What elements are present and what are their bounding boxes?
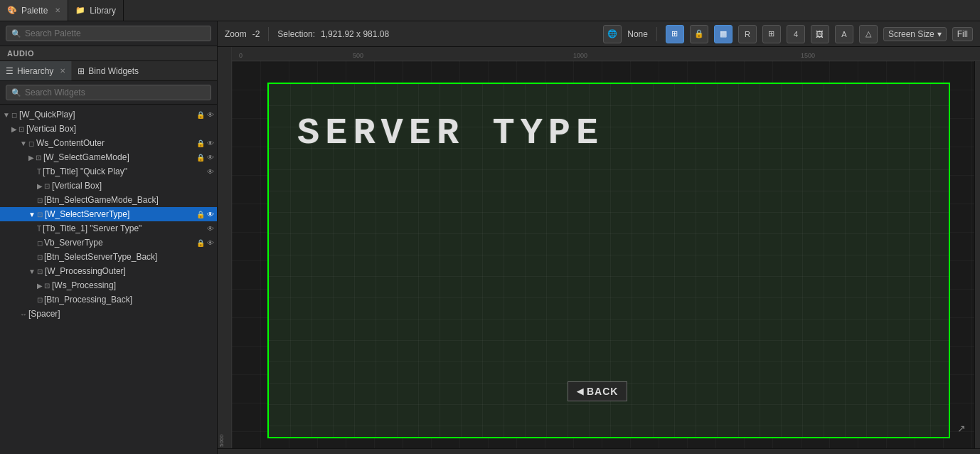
- tree-label-tb-title-quickplay: [Tb_Title] "Quick Play": [43, 167, 207, 176]
- canvas-area: Zoom -2 Selection: 1,921.92 x 981.08 🌐 N…: [218, 21, 980, 454]
- tab-palette[interactable]: 🎨 Palette ✕: [0, 0, 68, 21]
- tree-item-spacer[interactable]: ↔ [Spacer]: [0, 307, 217, 321]
- screen-size-dropdown[interactable]: Screen Size ▾: [883, 27, 947, 41]
- eye-icon-7: 👁: [207, 211, 214, 218]
- lock-btn[interactable]: 🔒: [690, 25, 708, 43]
- widget-icon-2: ◻: [28, 139, 34, 147]
- lock-icon-0: 🔒: [196, 111, 205, 119]
- num4-btn[interactable]: ⊞: [762, 25, 781, 43]
- back-button-icon: ◀: [577, 386, 584, 396]
- hierarchy-label: Hierarchy: [17, 66, 53, 76]
- tree-actions-0: 🔒 👁: [196, 111, 217, 119]
- tree-item-btn-selectgamemode-back[interactable]: ⊡ [Btn_SelectGameMode_Back]: [0, 193, 217, 207]
- globe-icon: 🌐: [607, 29, 617, 38]
- scrollbar-horizontal[interactable]: [218, 448, 980, 454]
- selection-label: Selection:: [277, 29, 315, 39]
- tree-label-w-processingouter: [W_ProcessingOuter]: [45, 266, 217, 276]
- globe-button[interactable]: 🌐: [603, 25, 622, 43]
- tree-item-tb-title-servertype[interactable]: T [Tb_Title_1] "Server Type" 👁: [0, 221, 217, 236]
- triangle-icon: △: [866, 29, 871, 38]
- hierarchy-close[interactable]: ✕: [60, 67, 65, 75]
- tab-palette-close[interactable]: ✕: [55, 6, 60, 14]
- eye-icon-8: 👁: [207, 225, 214, 233]
- tree-label-w-selectservertype: [W_SelectServerType]: [45, 209, 196, 219]
- toolbar-sep-1: [268, 27, 269, 41]
- globe-none-label: None: [627, 29, 648, 39]
- tree-item-w-selectservertype[interactable]: ▼ ⊡ [W_SelectServerType] 🔒 👁: [0, 207, 217, 221]
- search-palette-icon: 🔍: [11, 29, 21, 38]
- bind-widgets-tab[interactable]: ⊞ Bind Widgets: [72, 61, 144, 80]
- tree-actions-4: 👁: [207, 168, 217, 176]
- back-button[interactable]: ◀ BACK: [568, 381, 627, 401]
- eye-icon-4: 👁: [207, 168, 214, 176]
- expand-icon-5: ▶: [37, 182, 43, 190]
- scrollbar-vertical[interactable]: [974, 61, 980, 448]
- fill-label: Fill: [957, 29, 968, 39]
- design-canvas: server type ◀ BACK: [267, 83, 950, 438]
- widget-icon-7: ⊡: [37, 211, 43, 218]
- hierarchy-tab[interactable]: ☰ Hierarchy ✕: [0, 61, 72, 80]
- tree-item-w-processingouter[interactable]: ▼ ⊡ [W_ProcessingOuter]: [0, 264, 217, 278]
- r-btn[interactable]: R: [738, 25, 757, 43]
- canvas-content[interactable]: server type ◀ BACK ↗: [232, 61, 974, 448]
- eye-icon-2: 👁: [207, 139, 214, 147]
- widget-icon-12: ⊡: [44, 282, 50, 290]
- image-btn[interactable]: 🖼: [811, 25, 829, 43]
- expand-icon-11: ▼: [28, 268, 36, 275]
- widget-search-box[interactable]: 🔍: [6, 85, 211, 100]
- widget-icon-3: ⊡: [36, 154, 41, 162]
- tree-item-verticalbox1[interactable]: ▶ ⊡ [Vertical Box]: [0, 122, 217, 136]
- r-label: R: [745, 30, 750, 38]
- tree-item-verticalbox2[interactable]: ▶ ⊡ [Vertical Box]: [0, 179, 217, 193]
- tree-label-verticalbox2: [Vertical Box]: [52, 181, 217, 191]
- search-widget-icon: 🔍: [11, 88, 21, 97]
- tree-label-btn-selectservertype-back: [Btn_SelectServerType_Back]: [44, 252, 217, 262]
- layer-btn[interactable]: ▦: [714, 25, 733, 43]
- tree-item-ws-contentouter[interactable]: ▼ ◻ Ws_ContentOuter 🔒 👁: [0, 136, 217, 150]
- screen-size-label: Screen Size: [888, 29, 934, 39]
- tab-library-label: Library: [90, 6, 116, 16]
- tree-item-vb-servertype[interactable]: ◻ Vb_ServerType 🔒 👁: [0, 236, 217, 250]
- main-layout: 🔍 AUDIO ☰ Hierarchy ✕ ⊞ Bind Widgets 🔍: [0, 21, 980, 454]
- tree-item-btn-processing-back[interactable]: ⊡ [Btn_Processing_Back]: [0, 292, 217, 307]
- lock-icon-2: 🔒: [196, 139, 205, 147]
- tree-item-ws-processing[interactable]: ▶ ⊡ [Ws_Processing]: [0, 278, 217, 292]
- tree-actions-3: 🔒 👁: [196, 154, 217, 162]
- fill-button[interactable]: Fill: [952, 27, 973, 41]
- palette-icon: 🎨: [7, 6, 17, 15]
- expand-icon-12: ▶: [37, 282, 43, 290]
- tree-actions-8: 👁: [207, 225, 217, 233]
- num4-label: ⊞: [768, 29, 774, 38]
- selection-value: 1,921.92 x 981.08: [321, 29, 389, 39]
- expand-icon-3: ▶: [28, 154, 34, 162]
- search-palette-input[interactable]: [25, 28, 206, 38]
- tree-actions-7: 🔒 👁: [196, 211, 217, 218]
- back-button-label: BACK: [587, 386, 618, 397]
- toolbar: Zoom -2 Selection: 1,921.92 x 981.08 🌐 N…: [218, 21, 980, 47]
- bind-widgets-icon: ⊞: [78, 66, 85, 76]
- triangle-btn[interactable]: △: [859, 25, 878, 43]
- search-widgets-input[interactable]: [25, 88, 206, 97]
- zoom-label: Zoom: [225, 29, 247, 39]
- text-size-btn[interactable]: A: [835, 25, 853, 43]
- eye-icon-0: 👁: [207, 111, 214, 119]
- tree-item-w-quickplay[interactable]: ▼ ◻ [W_QuickPlay] 🔒 👁: [0, 107, 217, 122]
- image-icon: 🖼: [816, 30, 824, 38]
- num4-val-btn[interactable]: 4: [787, 25, 805, 43]
- expand-icon-1: ▶: [11, 125, 17, 133]
- tree-item-w-selectgamemode[interactable]: ▶ ⊡ [W_SelectGameMode] 🔒 👁: [0, 150, 217, 164]
- type-icon-8: T: [37, 225, 41, 233]
- ruler-horizontal: 0 500 1000 1500: [232, 47, 980, 60]
- layer-icon: ▦: [720, 29, 727, 38]
- search-palette-box[interactable]: 🔍: [6, 26, 211, 41]
- tree-item-tb-title-quickplay[interactable]: T [Tb_Title] "Quick Play" 👁: [0, 164, 217, 179]
- grid-btn[interactable]: ⊞: [666, 25, 684, 43]
- tab-library[interactable]: 📁 Library: [68, 0, 124, 21]
- type-icon-4: T: [37, 168, 41, 176]
- left-panel: 🔍 AUDIO ☰ Hierarchy ✕ ⊞ Bind Widgets 🔍: [0, 21, 218, 454]
- ruler-vertical: 500 1000: [218, 61, 232, 448]
- resize-handle-icon: ↗: [957, 423, 966, 434]
- widget-search-container: 🔍: [0, 81, 217, 105]
- tree-item-btn-selectservertype-back[interactable]: ⊡ [Btn_SelectServerType_Back]: [0, 250, 217, 264]
- search-palette-container: 🔍: [0, 21, 217, 46]
